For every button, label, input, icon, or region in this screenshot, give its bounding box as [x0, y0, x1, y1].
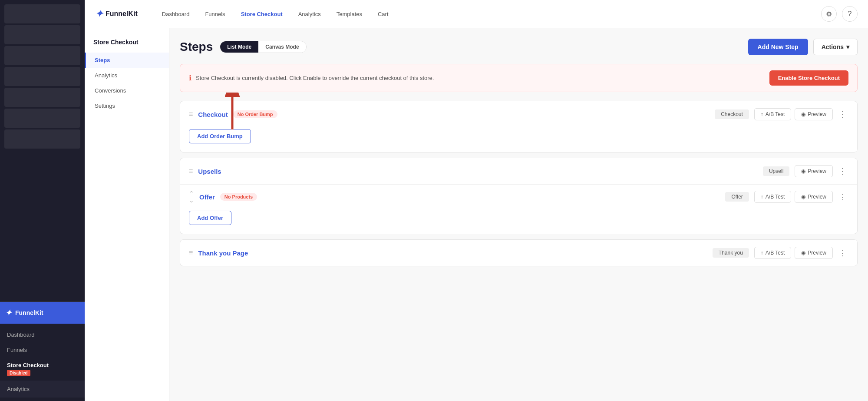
checkout-type-badge: Checkout	[715, 109, 749, 119]
brand-name: FunnelKit	[15, 309, 43, 316]
thank-you-step-card: ≡ Thank you Page Thank you ↑ A/B Test ◉ …	[180, 239, 858, 266]
add-offer-button[interactable]: Add Offer	[189, 211, 231, 225]
nav-link-dashboard[interactable]: Dashboard	[155, 7, 197, 21]
nav-link-funnels[interactable]: Funnels	[198, 7, 232, 21]
logo-area[interactable]: ✦ FunnelKit	[95, 8, 138, 20]
page-title: Steps	[180, 40, 213, 54]
disabled-badge: Disabled	[7, 370, 30, 376]
drag-handle-icon: ≡	[189, 167, 193, 175]
preview-icon: ◉	[801, 111, 805, 117]
add-new-step-button[interactable]: Add New Step	[748, 39, 808, 55]
mode-toggle[interactable]: List Mode Canvas Mode	[220, 41, 306, 53]
expand-icon[interactable]: ⌃⌄	[189, 190, 194, 204]
thank-you-type-badge: Thank you	[713, 248, 749, 258]
sidebar-item-dashboard[interactable]: Dashboard	[0, 327, 85, 342]
ab-test-icon: ↑	[761, 111, 763, 117]
preview-icon: ◉	[801, 168, 805, 174]
upsells-step-name[interactable]: Upsells	[198, 168, 221, 175]
upsell-type-badge: Upsell	[763, 166, 789, 176]
checkout-preview-button[interactable]: ◉ Preview	[795, 108, 833, 120]
chevron-down-icon: ▾	[846, 43, 849, 50]
left-sidebar: Store Checkout Steps Analytics Conversio…	[85, 28, 169, 401]
preview-icon: ◉	[801, 194, 805, 200]
thank-you-ab-test-button[interactable]: ↑ A/B Test	[754, 247, 791, 259]
offer-more-button[interactable]: ⋮	[836, 191, 848, 203]
offer-type-badge: Offer	[725, 192, 749, 202]
logo-v-icon: ✦	[95, 8, 103, 20]
logo-text: FunnelKit	[106, 10, 138, 18]
checkout-more-button[interactable]: ⋮	[836, 108, 848, 120]
canvas-mode-button[interactable]: Canvas Mode	[258, 41, 306, 53]
sidebar-dark: ✦ FunnelKit Dashboard Funnels Store Chec…	[0, 0, 85, 401]
drag-handle-icon: ≡	[189, 110, 193, 118]
upsells-preview-button[interactable]: ◉ Preview	[795, 165, 833, 177]
offer-sub-row: ⌃⌄ Offer No Products Offer ↑ A/B Test ◉ …	[180, 184, 857, 209]
checkout-step-card: ≡ Checkout No Order Bump Checkout ↑ A/B …	[180, 101, 858, 152]
list-mode-button[interactable]: List Mode	[220, 41, 258, 53]
alert-text: Store Checkout is currently disabled. Cl…	[196, 75, 769, 81]
thank-you-preview-button[interactable]: ◉ Preview	[795, 247, 833, 259]
actions-button[interactable]: Actions ▾	[813, 39, 858, 55]
sidebar-item-analytics[interactable]: Analytics	[0, 381, 85, 398]
enable-store-checkout-button[interactable]: Enable Store Checkout	[769, 70, 848, 86]
offer-ab-test-button[interactable]: ↑ A/B Test	[754, 191, 791, 203]
nav-link-analytics[interactable]: Analytics	[291, 7, 328, 21]
no-order-bump-badge: No Order Bump	[233, 110, 277, 118]
nav-link-templates[interactable]: Templates	[330, 7, 369, 21]
help-icon-button[interactable]: ?	[842, 6, 858, 22]
offer-step-name[interactable]: Offer	[199, 193, 215, 201]
checkout-ab-test-button[interactable]: ↑ A/B Test	[754, 108, 791, 120]
left-nav-steps[interactable]: Steps	[85, 53, 169, 68]
add-order-bump-button[interactable]: Add Order Bump	[189, 129, 251, 143]
sidebar-brand[interactable]: ✦ FunnelKit	[0, 302, 85, 324]
nav-link-cart[interactable]: Cart	[371, 7, 396, 21]
alert-banner: ℹ Store Checkout is currently disabled. …	[180, 64, 858, 92]
left-nav-settings[interactable]: Settings	[85, 98, 169, 113]
drag-handle-icon: ≡	[189, 249, 193, 257]
alert-info-icon: ℹ	[189, 74, 191, 82]
ab-test-icon: ↑	[761, 194, 763, 200]
thank-you-step-name[interactable]: Thank you Page	[198, 249, 248, 257]
main-content: Steps List Mode Canvas Mode Add New Step…	[169, 28, 868, 401]
offer-preview-button[interactable]: ◉ Preview	[795, 191, 833, 203]
top-nav: ✦ FunnelKit Dashboard Funnels Store Chec…	[85, 0, 868, 28]
settings-icon-button[interactable]: ⚙	[821, 6, 837, 22]
sidebar-item-store-checkout[interactable]: Store Checkout Disabled	[0, 358, 85, 381]
checkout-step-name[interactable]: Checkout	[198, 111, 228, 118]
left-nav-analytics[interactable]: Analytics	[85, 68, 169, 83]
upsells-step-card: ≡ Upsells Upsell ◉ Preview ⋮ ⌃⌄ O	[180, 158, 858, 234]
sidebar-item-funnels[interactable]: Funnels	[0, 342, 85, 358]
funnelkit-logo-icon: ✦	[5, 308, 12, 318]
no-products-badge: No Products	[220, 193, 257, 201]
nav-link-store-checkout[interactable]: Store Checkout	[234, 7, 290, 21]
thank-you-more-button[interactable]: ⋮	[836, 247, 848, 259]
preview-icon: ◉	[801, 250, 805, 256]
left-sidebar-title: Store Checkout	[85, 39, 169, 53]
ab-test-icon: ↑	[761, 250, 763, 256]
upsells-more-button[interactable]: ⋮	[836, 165, 848, 177]
left-nav-conversions[interactable]: Conversions	[85, 83, 169, 98]
